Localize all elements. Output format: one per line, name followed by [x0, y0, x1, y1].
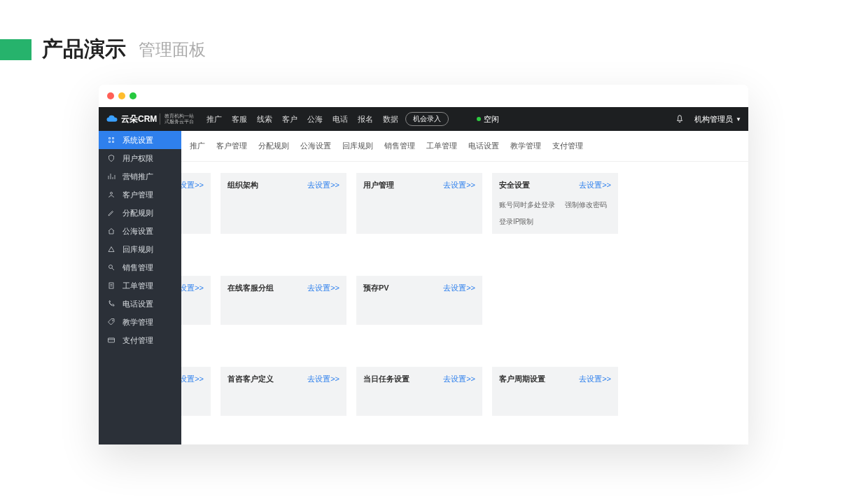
sidebar-item[interactable]: 用户权限: [99, 149, 181, 167]
maximize-icon[interactable]: [130, 92, 136, 99]
close-icon[interactable]: [107, 92, 114, 99]
settings-card: 用户管理去设置>>: [356, 173, 482, 234]
go-settings-link[interactable]: 去设置>>: [443, 374, 475, 384]
status-indicator: 空闲: [477, 114, 499, 125]
status-dot-icon: [477, 117, 481, 121]
brand-name: 云朵CRM: [121, 113, 157, 125]
subtab[interactable]: 分配规则: [253, 138, 295, 154]
subtab[interactable]: 电话设置: [463, 138, 505, 154]
settings-card: 预存PV去设置>>: [356, 276, 482, 325]
doc-icon: [107, 281, 115, 290]
sidebar-item-label: 分配规则: [122, 208, 153, 218]
sidebar-item[interactable]: 教学管理: [99, 313, 181, 331]
brand-tagline: 教育机构一站式服务云平台: [160, 113, 194, 124]
sidebar: 系统设置用户权限营销推广客户管理分配规则公海设置回库规则销售管理工单管理电话设置…: [99, 131, 181, 444]
topnav-item[interactable]: 客服: [232, 114, 247, 125]
topnav-item[interactable]: 线索: [257, 114, 272, 125]
topnav: 推广客服线索客户公海电话报名数据: [206, 114, 398, 125]
slide-subtitle: 管理面板: [139, 38, 206, 61]
pen-icon: [107, 209, 115, 217]
tag-icon: [107, 318, 115, 326]
sidebar-item-label: 用户权限: [122, 153, 153, 164]
subtab[interactable]: 工单管理: [421, 138, 463, 154]
subtab[interactable]: 支付管理: [547, 138, 589, 154]
card-tag: 登录IP限制: [499, 217, 533, 227]
app-window: 云朵CRM 教育机构一站式服务云平台 推广客服线索客户公海电话报名数据 机会录入…: [99, 85, 748, 444]
brand-logo[interactable]: 云朵CRM 教育机构一站式服务云平台: [106, 113, 200, 125]
record-entry-button[interactable]: 机会录入: [405, 112, 449, 126]
sidebar-item[interactable]: 系统设置: [99, 131, 181, 149]
svg-rect-4: [108, 338, 115, 342]
chevron-down-icon: ▼: [736, 116, 741, 122]
cards-area: 去设置>>组织架构去设置>>用户管理去设置>>安全设置去设置>>账号同时多处登录…: [181, 162, 748, 416]
main-content: 推广客户管理分配规则公海设置回库规则销售管理工单管理电话设置教学管理支付管理 去…: [99, 131, 748, 444]
home-icon: [107, 227, 115, 235]
settings-card: 在线客服分组去设置>>: [220, 276, 346, 325]
sidebar-item[interactable]: 支付管理: [99, 331, 181, 349]
accent-bar: [0, 39, 31, 60]
go-settings-link[interactable]: 去设置>>: [443, 283, 475, 293]
topbar: 云朵CRM 教育机构一站式服务云平台 推广客服线索客户公海电话报名数据 机会录入…: [99, 107, 748, 131]
topnav-item[interactable]: 电话: [332, 114, 348, 125]
card-icon: [107, 336, 115, 344]
sidebar-item[interactable]: 分配规则: [99, 204, 181, 222]
topnav-item[interactable]: 数据: [383, 114, 398, 125]
phone-icon: [107, 300, 115, 308]
sidebar-item[interactable]: 电话设置: [99, 295, 181, 313]
sidebar-item[interactable]: 客户管理: [99, 186, 181, 204]
sidebar-item[interactable]: 公海设置: [99, 222, 181, 240]
subtab-bar: 推广客户管理分配规则公海设置回库规则销售管理工单管理电话设置教学管理支付管理: [181, 131, 748, 162]
settings-card: 组织架构去设置>>: [220, 173, 346, 234]
user-label: 机构管理员: [694, 114, 733, 125]
svg-point-1: [109, 265, 113, 269]
notification-bell-icon[interactable]: [675, 114, 685, 124]
go-settings-link[interactable]: 去设置>>: [307, 374, 340, 384]
subtab[interactable]: 回库规则: [337, 138, 379, 154]
go-settings-link[interactable]: 去设置>>: [579, 180, 611, 190]
sidebar-item[interactable]: 营销推广: [99, 167, 181, 186]
sidebar-item-label: 公海设置: [122, 226, 153, 237]
cloud-logo-icon: [106, 113, 118, 125]
svg-rect-2: [109, 283, 113, 288]
subtab[interactable]: 推广: [190, 138, 211, 154]
sidebar-item-label: 回库规则: [122, 244, 153, 255]
subtab[interactable]: 教学管理: [505, 138, 547, 154]
card-tag: 账号同时多处登录: [499, 200, 555, 210]
sidebar-item-label: 营销推广: [122, 172, 153, 182]
shield-icon: [107, 154, 115, 162]
go-settings-link[interactable]: 去设置>>: [443, 180, 475, 190]
subtab[interactable]: 客户管理: [211, 138, 253, 154]
sidebar-item-label: 教学管理: [122, 317, 153, 328]
settings-icon: [107, 136, 115, 144]
sidebar-item[interactable]: 回库规则: [99, 240, 181, 258]
sidebar-item-label: 支付管理: [122, 335, 153, 346]
go-settings-link[interactable]: 去设置>>: [307, 180, 340, 190]
go-settings-link[interactable]: 去设置>>: [307, 283, 340, 293]
minimize-icon[interactable]: [118, 92, 125, 99]
search-user-icon: [107, 263, 115, 272]
sidebar-item-label: 工单管理: [122, 281, 153, 291]
go-settings-link[interactable]: 去设置>>: [579, 374, 611, 384]
user-dropdown[interactable]: 机构管理员 ▼: [694, 114, 741, 125]
subtab[interactable]: 销售管理: [379, 138, 421, 154]
topnav-item[interactable]: 推广: [206, 114, 222, 125]
chart-icon: [107, 172, 115, 181]
topnav-item[interactable]: 客户: [282, 114, 298, 125]
sidebar-item[interactable]: 销售管理: [99, 258, 181, 276]
card-tags: 账号同时多处登录强制修改密码登录IP限制: [499, 200, 611, 227]
sidebar-item-label: 客户管理: [122, 190, 153, 200]
slide-title: 产品演示: [42, 35, 126, 64]
topnav-item[interactable]: 公海: [307, 114, 323, 125]
window-titlebar: [99, 85, 748, 107]
settings-card: 当日任务设置去设置>>: [356, 367, 482, 416]
sidebar-item-label: 系统设置: [122, 135, 153, 146]
settings-card: 安全设置去设置>>账号同时多处登录强制修改密码登录IP限制: [492, 173, 618, 234]
svg-point-0: [111, 192, 113, 195]
sidebar-item-label: 销售管理: [122, 262, 153, 273]
settings-card: 首咨客户定义去设置>>: [220, 367, 346, 416]
subtab[interactable]: 公海设置: [295, 138, 337, 154]
topnav-item[interactable]: 报名: [358, 114, 373, 125]
sidebar-item[interactable]: 工单管理: [99, 276, 181, 295]
slide-header: 产品演示 管理面板: [0, 0, 847, 85]
user-icon: [107, 190, 115, 199]
